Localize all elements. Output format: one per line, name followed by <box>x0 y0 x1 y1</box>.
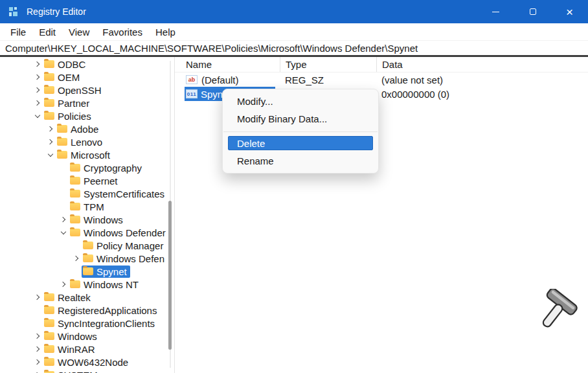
value-name: (Default) <box>201 74 239 85</box>
tree-item-adobe[interactable]: Adobe <box>0 122 174 135</box>
tree-item-tpm[interactable]: TPM <box>0 200 174 213</box>
folder-icon <box>70 216 80 223</box>
tree-item-label: SYSTEM <box>58 370 98 373</box>
registry-values-pane: Name Type Data ab (Default) REG_SZ (valu… <box>175 57 588 373</box>
tree-item-lenovo[interactable]: Lenovo <box>0 135 174 148</box>
folder-icon <box>70 177 80 185</box>
expander-spacer <box>58 175 69 186</box>
tree-item-label: Policies <box>58 111 91 122</box>
chevron-down-icon[interactable] <box>45 150 56 160</box>
chevron-down-icon[interactable] <box>32 111 43 121</box>
tree-item-label: Adobe <box>71 124 98 135</box>
chevron-right-icon[interactable] <box>32 98 43 108</box>
tree-item-policy-manager[interactable]: Policy Manager <box>0 239 174 252</box>
context-menu-separator <box>223 131 378 132</box>
tree-item-spynet[interactable]: Spynet <box>0 265 174 278</box>
chevron-right-icon[interactable] <box>32 370 43 373</box>
column-header-type[interactable]: Type <box>280 57 376 72</box>
tree-item-odbc[interactable]: ODBC <box>0 58 174 71</box>
tree-item-label: Windows <box>58 331 97 342</box>
chevron-right-icon[interactable] <box>32 85 43 95</box>
folder-icon <box>70 229 80 236</box>
chevron-right-icon[interactable] <box>32 331 43 341</box>
tree-item-cryptography[interactable]: Cryptography <box>0 161 174 174</box>
close-button[interactable]: × <box>551 0 588 23</box>
context-menu-item-delete[interactable]: Delete <box>228 136 373 150</box>
tree-item-windows-defen[interactable]: Windows Defen <box>0 252 174 265</box>
value-type: REG_SZ <box>280 74 376 85</box>
context-menu-item-modify-binary-data[interactable]: Modify Binary Data... <box>223 110 378 128</box>
tree-item-label: Microsoft <box>71 150 110 161</box>
context-menu-item-rename[interactable]: Rename <box>223 152 378 170</box>
folder-icon <box>44 86 54 94</box>
string-value-icon: ab <box>186 75 198 84</box>
dword-value-icon: 011 <box>186 89 198 98</box>
tree-item-policies[interactable]: Policies <box>0 109 174 122</box>
chevron-right-icon[interactable] <box>45 124 56 134</box>
chevron-right-icon[interactable] <box>32 344 43 354</box>
tree-item-system[interactable]: SYSTEM <box>0 368 174 373</box>
menu-view[interactable]: View <box>62 25 96 40</box>
folder-icon <box>57 138 67 146</box>
tree-item-winrar[interactable]: WinRAR <box>0 343 174 356</box>
tree-item-windows-defender[interactable]: Windows Defender <box>0 226 174 239</box>
folder-icon <box>44 73 54 81</box>
chevron-right-icon[interactable] <box>32 357 43 367</box>
tree-item-oem[interactable]: OEM <box>0 71 174 84</box>
address-bar[interactable]: Computer\HKEY_LOCAL_MACHINE\SOFTWARE\Pol… <box>0 41 588 57</box>
column-header-data[interactable]: Data <box>376 57 588 72</box>
tree-item-label: Cryptography <box>84 163 142 174</box>
maximize-button[interactable] <box>514 0 551 23</box>
chevron-right-icon[interactable] <box>58 214 69 225</box>
folder-icon <box>83 267 93 275</box>
folder-icon <box>44 112 54 120</box>
chevron-right-icon[interactable] <box>58 279 69 289</box>
tree-item-windows[interactable]: Windows <box>0 213 174 226</box>
tree-item-label: WOW6432Node <box>58 357 128 368</box>
value-row-default[interactable]: ab (Default) REG_SZ (value not set) <box>175 73 588 87</box>
tree-vertical-scrollbar[interactable] <box>168 61 173 368</box>
chevron-right-icon[interactable] <box>32 292 43 302</box>
expander-spacer <box>58 188 69 199</box>
registry-editor-app-icon <box>8 6 20 17</box>
tree-item-label: Realtek <box>58 292 91 303</box>
scrollbar-thumb[interactable] <box>168 201 172 350</box>
tree-item-label: ODBC <box>58 59 85 70</box>
chevron-right-icon[interactable] <box>32 72 43 82</box>
expander-spacer <box>71 240 82 251</box>
tree-item-openssh[interactable]: OpenSSH <box>0 84 174 96</box>
chevron-down-icon[interactable] <box>58 227 69 238</box>
registry-tree-pane: ODBC OEM OpenSSH Partner Policies Adobe … <box>0 57 175 373</box>
chevron-right-icon[interactable] <box>45 137 56 147</box>
tree-item-windows-root[interactable]: Windows <box>0 330 174 343</box>
expander-spacer <box>32 318 43 328</box>
minimize-button[interactable] <box>477 0 514 23</box>
value-data: (value not set) <box>376 74 588 85</box>
tree-item-syncintegrationclients[interactable]: SyncIntegrationClients <box>0 317 174 330</box>
tree-item-realtek[interactable]: Realtek <box>0 291 174 304</box>
chevron-right-icon[interactable] <box>71 253 82 264</box>
folder-icon <box>70 280 80 288</box>
menu-file[interactable]: File <box>4 25 32 40</box>
tree-item-registeredapplications[interactable]: RegisteredApplications <box>0 304 174 317</box>
tree-item-microsoft[interactable]: Microsoft <box>0 148 174 161</box>
menu-help[interactable]: Help <box>149 25 182 40</box>
tree-item-partner[interactable]: Partner <box>0 96 174 109</box>
folder-icon <box>44 60 54 68</box>
close-icon: × <box>566 6 573 18</box>
column-header-name[interactable]: Name <box>175 57 280 72</box>
tree-item-windows-nt[interactable]: Windows NT <box>0 278 174 291</box>
menu-favorites[interactable]: Favorites <box>96 25 149 40</box>
folder-icon <box>83 254 93 262</box>
menu-bar: File Edit View Favorites Help <box>0 23 588 41</box>
context-menu: Modify... Modify Binary Data... Delete R… <box>222 89 379 174</box>
folder-icon <box>44 319 54 327</box>
menu-edit[interactable]: Edit <box>32 25 62 40</box>
context-menu-item-modify[interactable]: Modify... <box>223 93 378 110</box>
tree-item-label: Policy Manager <box>96 240 163 251</box>
tree-item-label: RegisteredApplications <box>58 305 157 316</box>
chevron-right-icon[interactable] <box>32 59 43 69</box>
tree-item-wow6432node[interactable]: WOW6432Node <box>0 356 174 368</box>
tree-item-systemcertificates[interactable]: SystemCertificates <box>0 187 174 200</box>
tree-item-peernet[interactable]: Peernet <box>0 174 174 187</box>
